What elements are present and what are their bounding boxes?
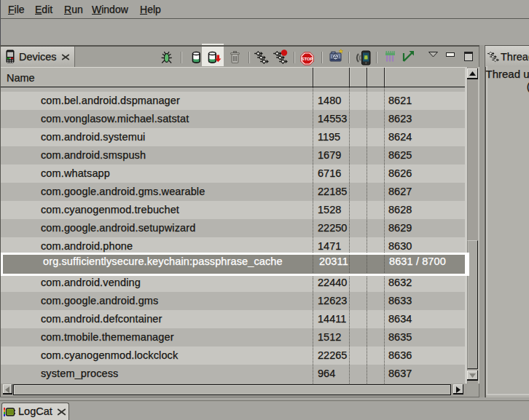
svg-text:STOP: STOP	[301, 57, 313, 61]
